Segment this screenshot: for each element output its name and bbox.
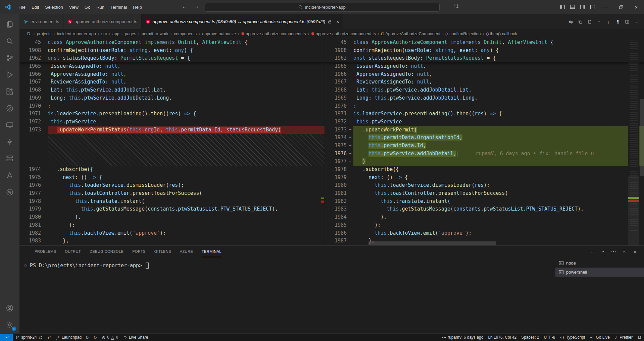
code-line[interactable]: 1981 this.toastController.presentToastFo… bbox=[325, 189, 644, 197]
code-line[interactable]: 45class ApproveAuthorizeComponent implem… bbox=[19, 39, 325, 47]
breadcrumb-item[interactable]: projects bbox=[37, 32, 52, 36]
code-line[interactable]: 1980 this.loaderService.dismissLoader(re… bbox=[325, 181, 644, 189]
live-share-icon[interactable] bbox=[0, 100, 19, 117]
line-number[interactable]: 1971 bbox=[325, 110, 347, 118]
vertical-scrollbar[interactable] bbox=[640, 99, 644, 176]
code-line[interactable]: 1982 this.translate.instant( bbox=[325, 197, 644, 206]
code-line[interactable]: 1962onst statusRequestBody: PermitStatus… bbox=[325, 54, 644, 62]
close-tab-icon[interactable]: × bbox=[336, 19, 339, 24]
line-number[interactable]: 1908 bbox=[19, 47, 41, 55]
code-line[interactable]: 1984 ), bbox=[325, 213, 644, 221]
previous-change-icon[interactable]: ↑ bbox=[595, 18, 603, 26]
breadcrumb-item[interactable]: components bbox=[174, 32, 197, 36]
git-branch-item[interactable]: sprint-24 bbox=[13, 334, 45, 341]
gitlens-compare-icon[interactable]: ⇄ bbox=[45, 334, 53, 341]
menu-terminal[interactable]: Terminal bbox=[107, 3, 130, 11]
menu-file[interactable]: File bbox=[15, 3, 29, 11]
line-number[interactable]: 1979 bbox=[325, 174, 347, 182]
customize-layout-icon[interactable] bbox=[588, 4, 598, 10]
code-line[interactable]: 1974 .subscribe({ bbox=[19, 166, 325, 174]
line-number[interactable]: 1980 bbox=[325, 181, 347, 189]
line-number[interactable]: 1982 bbox=[325, 197, 347, 206]
line-number[interactable]: 1974 bbox=[325, 134, 347, 142]
copy-icon[interactable] bbox=[576, 18, 584, 26]
toggle-panel-icon[interactable] bbox=[567, 4, 578, 10]
line-number[interactable]: 1965 bbox=[19, 62, 41, 70]
code-line[interactable]: 1969 Long: this.ptwService.addJobDetail.… bbox=[19, 94, 325, 102]
code-line[interactable]: 1973+ .updateWorkPermit( bbox=[325, 126, 644, 134]
line-number[interactable]: 1962 bbox=[325, 54, 347, 62]
code-line[interactable]: 1983 this.getStatusMessage(constants.ptw… bbox=[325, 205, 644, 213]
mssql-icon[interactable] bbox=[0, 150, 19, 167]
breadcrumb-item[interactable]: approve-authorize bbox=[202, 32, 236, 36]
line-number[interactable]: 1985 bbox=[325, 221, 347, 229]
terminal[interactable]: PS D:\projects\incident-reporter-app> bbox=[19, 257, 555, 333]
maximize-panel-icon[interactable] bbox=[621, 248, 628, 255]
breadcrumb-item[interactable]: pages bbox=[125, 32, 137, 36]
close-panel-icon[interactable]: × bbox=[631, 248, 639, 255]
new-terminal-icon[interactable]: + bbox=[588, 248, 596, 255]
tab-approve-authorize-component[interactable]: approve-authorize.component.ts bbox=[63, 14, 141, 29]
panel-tab-gitlens[interactable]: GITLENS bbox=[154, 246, 171, 257]
terminal-list-item-node[interactable]: node bbox=[555, 259, 644, 268]
code-line[interactable]: 1971is.loaderService.presentLoading().th… bbox=[19, 110, 325, 118]
line-number[interactable]: 1976 bbox=[325, 150, 347, 158]
code-line[interactable]: 1978 .subscribe({ bbox=[325, 166, 644, 174]
menu-selection[interactable]: Selection bbox=[42, 3, 66, 11]
line-number[interactable]: 1966 bbox=[325, 70, 347, 78]
code-line[interactable]: 45class ApproveAuthorizeComponent implem… bbox=[325, 39, 644, 47]
menu-run[interactable]: Run bbox=[93, 3, 107, 11]
code-line[interactable]: 1973- .updateWorkPermitStatus(this.orgId… bbox=[19, 126, 325, 134]
whitespace-icon[interactable]: ¶ bbox=[614, 18, 622, 26]
close-window-button[interactable]: × bbox=[629, 0, 644, 14]
encoding[interactable]: UTF-8 bbox=[542, 334, 558, 341]
line-number[interactable]: 1983 bbox=[19, 237, 41, 245]
code-line[interactable]: 1977 this.toastController.presentToastFo… bbox=[19, 189, 325, 197]
line-number[interactable]: 1975 bbox=[325, 142, 347, 150]
line-number[interactable]: 1981 bbox=[325, 189, 347, 197]
panel-tab-output[interactable]: OUTPUT bbox=[65, 246, 81, 257]
code-line[interactable]: 1983 }, bbox=[19, 237, 325, 245]
thunder-client-icon[interactable] bbox=[0, 133, 19, 150]
code-line[interactable]: 1982 this.backToView.emit('approve'); bbox=[19, 229, 325, 237]
breadcrumb-item[interactable]: incident-reporter-app bbox=[57, 32, 96, 36]
line-number[interactable]: 1972 bbox=[325, 118, 347, 126]
command-decoration-icon[interactable] bbox=[24, 264, 27, 267]
minimize-button[interactable]: — bbox=[598, 0, 613, 14]
line-number[interactable]: 1973 bbox=[325, 126, 347, 134]
line-number[interactable]: 1977 bbox=[19, 189, 41, 197]
breadcrumb-item[interactable]: D: bbox=[27, 32, 32, 36]
line-number[interactable]: 1968 bbox=[19, 86, 41, 94]
toggle-secondary-sidebar-icon[interactable] bbox=[578, 4, 588, 10]
code-line[interactable]: 1971is.loaderService.presentLoading().th… bbox=[325, 110, 644, 118]
line-number[interactable]: 1981 bbox=[19, 221, 41, 229]
breadcrumb-item[interactable]: app bbox=[112, 32, 120, 36]
terminal-dropdown-icon[interactable] bbox=[599, 248, 606, 255]
line-number[interactable]: 1972 bbox=[19, 118, 41, 126]
overview-ruler[interactable] bbox=[320, 39, 325, 245]
tab-diff-approve-authorize[interactable]: approve-authorize.component.ts (03d9c89)… bbox=[142, 14, 344, 29]
terminal-list-item-powershell[interactable]: powershell bbox=[555, 268, 644, 277]
launchpad-item[interactable]: Launchpad bbox=[53, 334, 84, 341]
line-number[interactable]: 1977 bbox=[325, 158, 347, 166]
line-number[interactable]: 1973 bbox=[19, 126, 41, 134]
code-line[interactable]: 1975+ this.permitData.Id, bbox=[325, 142, 644, 150]
go-live-item[interactable]: Go Live bbox=[587, 334, 612, 341]
code-line[interactable]: 1977+ ) bbox=[325, 158, 644, 166]
panel-tab-ports[interactable]: PORTS bbox=[132, 246, 146, 257]
code-line[interactable]: 1979 next: () => { bbox=[325, 174, 644, 182]
line-number[interactable]: 1982 bbox=[19, 229, 41, 237]
live-share-item[interactable]: Live Share bbox=[120, 334, 150, 341]
line-number[interactable]: 1966 bbox=[19, 70, 41, 78]
breadcrumb-item[interactable]: permit-to-work bbox=[141, 32, 169, 36]
next-change-icon[interactable]: ↓ bbox=[604, 18, 612, 26]
menu-help[interactable]: Help bbox=[130, 3, 145, 11]
line-number[interactable]: 1969 bbox=[325, 94, 347, 102]
code-line[interactable]: 1978 this.translate.instant( bbox=[19, 197, 325, 206]
language-mode[interactable]: {} TypeScript bbox=[558, 334, 588, 341]
line-number[interactable]: 1962 bbox=[19, 54, 41, 62]
panel-tab-azure[interactable]: AZURE bbox=[180, 246, 193, 257]
code-line[interactable]: 1986 this.backToView.emit('approve'); bbox=[325, 229, 644, 237]
breadcrumb-item[interactable]: approve-authorize.component.ts bbox=[311, 32, 376, 36]
code-line[interactable]: 1908confirmRejection(userRole: string, e… bbox=[325, 47, 644, 55]
